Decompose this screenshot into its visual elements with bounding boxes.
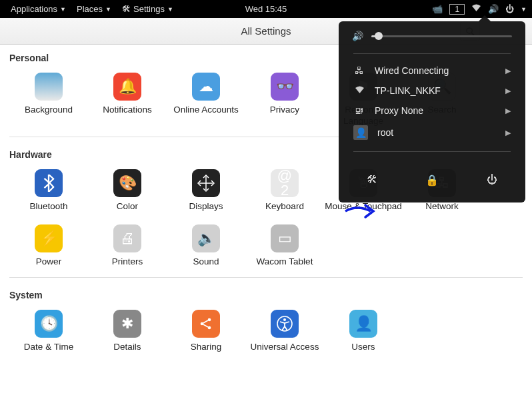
item-wacom[interactable]: ▭Wacom Tablet	[245, 222, 324, 268]
share-icon	[192, 310, 220, 338]
places-label: Places	[77, 4, 103, 14]
item-sound[interactable]: 🔈Sound	[167, 222, 245, 268]
item-bluetooth[interactable]: Bluetooth	[9, 167, 88, 212]
wifi-icon	[353, 85, 365, 96]
item-users[interactable]: 👤Users	[324, 307, 403, 353]
clock-icon: 🕓	[35, 310, 63, 338]
item-universal[interactable]: Universal Access	[245, 307, 324, 353]
volume-icon[interactable]: 🔊	[488, 4, 499, 14]
item-details[interactable]: ✱Details	[88, 307, 167, 353]
page-title: All Settings	[241, 25, 291, 37]
item-label: Universal Access	[245, 342, 324, 353]
top-panel: Applications ▼ Places ▼ 🛠 Settings ▼ Wed…	[0, 0, 532, 18]
chevron-right-icon: ▶	[505, 87, 511, 95]
item-label: Power	[9, 256, 88, 268]
item-power[interactable]: ⚡Power	[9, 222, 88, 268]
item-label: Bluetooth	[9, 201, 88, 212]
keyboard-icon: @2	[271, 169, 299, 197]
chevron-right-icon: ▶	[505, 67, 511, 75]
applications-menu[interactable]: Applications ▼	[5, 4, 71, 14]
section-system: 🕓Date & Time ✱Details Sharing Universal …	[9, 303, 523, 358]
gear-icon: ✱	[113, 310, 141, 338]
separator	[9, 277, 523, 278]
clock[interactable]: Wed 15:45	[245, 4, 287, 14]
chevron-right-icon: ▶	[505, 107, 511, 115]
ethernet-icon: 🖧	[353, 65, 365, 76]
lock-action[interactable]: 🔒	[424, 172, 440, 188]
wifi-label: TP-LINK_NKKF	[375, 85, 496, 96]
item-sharing[interactable]: Sharing	[167, 307, 245, 353]
item-online-accounts[interactable]: ☁Online Accounts	[167, 70, 245, 127]
item-label: Printers	[88, 256, 167, 268]
chevron-down-icon: ▼	[105, 6, 111, 13]
item-label: Displays	[167, 201, 245, 212]
accessibility-icon	[271, 310, 299, 338]
places-menu[interactable]: Places ▼	[71, 4, 117, 14]
item-label: Users	[324, 342, 403, 353]
item-privacy[interactable]: 👓Privacy	[245, 70, 324, 127]
workspace-indicator[interactable]: 1	[449, 4, 465, 15]
wired-label: Wired Connecting	[375, 65, 496, 76]
avatar-icon: 👤	[353, 125, 368, 140]
volume-row: 🔊	[339, 31, 525, 47]
cloud-icon: ☁	[192, 73, 220, 101]
item-label: Date & Time	[9, 342, 88, 353]
item-notifications[interactable]: 🔔Notifications	[88, 70, 167, 127]
item-label: Color	[88, 201, 167, 212]
printer-icon: 🖨	[113, 224, 141, 252]
volume-slider[interactable]	[371, 35, 512, 37]
svg-point-6	[208, 326, 211, 329]
volume-icon: 🔊	[352, 31, 363, 41]
camera-icon[interactable]: 📹	[432, 4, 443, 14]
item-displays[interactable]: Displays	[167, 167, 245, 212]
item-background[interactable]: Background	[9, 70, 88, 127]
wifi-icon[interactable]	[471, 4, 481, 14]
item-label: Mouse & Touchpad	[324, 201, 403, 212]
item-label: Online Accounts	[167, 105, 245, 116]
item-label: Network	[403, 201, 481, 212]
row-proxy[interactable]: 🖳 Proxy None ▶	[339, 101, 525, 121]
power-action[interactable]: ⏻	[484, 172, 500, 188]
separator	[353, 53, 511, 54]
chevron-down-icon: ▼	[167, 6, 173, 13]
chevron-down-icon: ▼	[521, 6, 527, 13]
svg-line-8	[203, 324, 208, 327]
key-top: @	[277, 169, 292, 183]
row-user[interactable]: 👤 root ▶	[339, 121, 525, 145]
mask-icon: 👓	[271, 73, 299, 101]
power-icon: ⚡	[35, 224, 63, 252]
key-bot: 2	[281, 183, 289, 198]
tablet-icon: ▭	[271, 224, 299, 252]
settings-menu[interactable]: 🛠 Settings ▼	[117, 4, 179, 14]
item-label: Notifications	[88, 105, 167, 116]
item-color[interactable]: 🎨Color	[88, 167, 167, 212]
popup-actions: 🛠 🔒 ⏻	[339, 159, 525, 191]
item-label: Sharing	[167, 342, 245, 353]
item-keyboard[interactable]: @2Keyboard	[245, 167, 324, 212]
row-wifi[interactable]: TP-LINK_NKKF ▶	[339, 81, 525, 101]
row-wired[interactable]: 🖧 Wired Connecting ▶	[339, 61, 525, 81]
wrench-icon: 🛠	[122, 4, 131, 14]
item-printers[interactable]: 🖨Printers	[88, 222, 167, 268]
settings-label: Settings	[133, 4, 165, 14]
chevron-right-icon: ▶	[505, 129, 511, 137]
bell-icon: 🔔	[113, 73, 141, 101]
item-label: Keyboard	[245, 201, 324, 212]
system-menu-popup: 🔊 🖧 Wired Connecting ▶ TP-LINK_NKKF ▶ 🖳 …	[339, 21, 525, 202]
user-label: root	[377, 127, 496, 138]
applications-label: Applications	[11, 4, 57, 14]
power-icon[interactable]: ⏻	[505, 4, 514, 14]
chevron-down-icon: ▼	[60, 6, 66, 13]
settings-action[interactable]: 🛠	[364, 172, 380, 188]
proxy-icon: 🖳	[353, 105, 365, 116]
speaker-icon: 🔈	[192, 224, 220, 252]
proxy-label: Proxy None	[375, 105, 496, 116]
item-label: Privacy	[245, 105, 324, 116]
svg-point-5	[208, 318, 211, 321]
item-label: Background	[9, 105, 88, 116]
displays-icon	[192, 169, 220, 197]
item-date-time[interactable]: 🕓Date & Time	[9, 307, 88, 353]
bluetooth-icon	[35, 169, 63, 197]
item-label: Details	[88, 342, 167, 353]
item-label: Sound	[167, 256, 245, 268]
